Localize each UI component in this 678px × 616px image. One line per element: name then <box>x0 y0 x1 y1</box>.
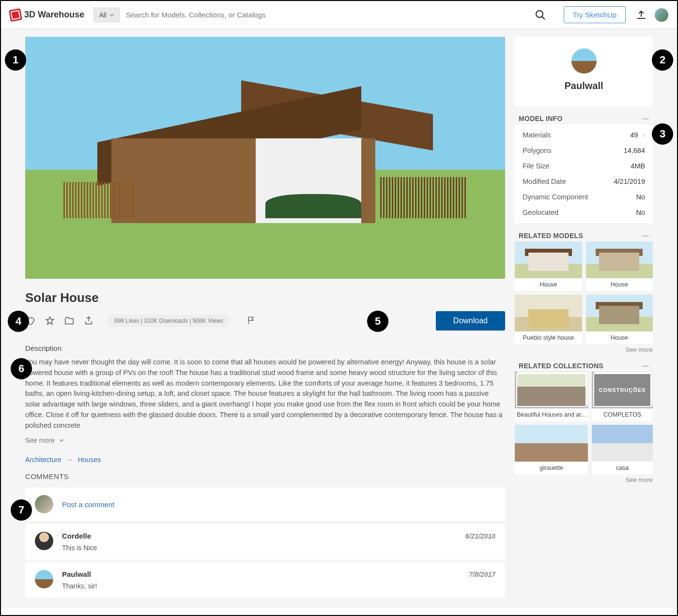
svg-point-0 <box>536 11 543 17</box>
related-collection-card[interactable]: casa <box>592 425 653 474</box>
model-title: Solar House <box>25 290 505 305</box>
info-label: Dynamic Component <box>523 193 636 201</box>
chevron-right-icon: › <box>643 131 645 139</box>
svg-line-1 <box>542 16 545 19</box>
related-collections-heading: RELATED COLLECTIONS <box>519 362 603 370</box>
see-more-label: See more <box>25 436 55 444</box>
chevron-down-icon <box>109 13 114 17</box>
collapse-icon: — <box>642 115 649 122</box>
info-value: No <box>636 193 645 201</box>
related-model-label: House <box>586 331 653 344</box>
comment-item: Cordelle6/21/2010 This is Nice <box>25 524 505 559</box>
related-collection-card[interactable]: CONSTRUÇÕESCOMPLETOS <box>592 372 653 421</box>
related-model-label: House <box>586 278 653 291</box>
related-collection-label: Beautiful Houses and ar... <box>515 408 588 421</box>
comment-item: Paulwall7/8/2017 Thanks, sir! <box>25 562 505 598</box>
brand-text: 3D Warehouse <box>24 10 84 20</box>
info-value: 49 <box>630 131 638 139</box>
model-info-panel: Materials49› Polygons14,684 File Size4MB… <box>515 124 653 223</box>
related-model-card[interactable]: House <box>515 241 582 291</box>
related-collections-see-more[interactable]: See more <box>515 476 653 483</box>
favorite-button[interactable] <box>45 316 55 326</box>
search-filter-dropdown[interactable]: All <box>93 7 120 23</box>
related-collection-card[interactable]: girouette <box>515 425 588 474</box>
comment-date: 7/8/2017 <box>469 571 496 578</box>
related-collections-header[interactable]: RELATED COLLECTIONS — <box>515 360 653 372</box>
related-collection-card[interactable]: Beautiful Houses and ar... <box>515 372 588 421</box>
info-row-filesize: File Size4MB <box>515 158 653 174</box>
comment-date: 6/21/2010 <box>465 532 495 540</box>
top-header: 3D Warehouse All Try SketchUp <box>1 1 677 29</box>
folder-button[interactable] <box>64 316 75 326</box>
related-models-heading: RELATED MODELS <box>519 232 583 240</box>
search-button[interactable] <box>529 6 552 24</box>
model-preview-image[interactable] <box>25 37 505 279</box>
related-model-card[interactable]: House <box>586 241 653 291</box>
info-row-materials[interactable]: Materials49› <box>515 127 653 143</box>
brand-logo[interactable]: 3D Warehouse <box>10 9 84 21</box>
search-icon <box>535 9 546 21</box>
callout-6: 6 <box>11 358 32 379</box>
related-models-grid: House House Pueblo style house House <box>515 241 653 344</box>
warehouse-icon <box>9 8 22 22</box>
related-collections-grid: Beautiful Houses and ar... CONSTRUÇÕESCO… <box>515 372 653 474</box>
callout-3: 3 <box>652 123 673 145</box>
commenter-avatar[interactable] <box>35 532 53 550</box>
share-button[interactable] <box>83 316 94 326</box>
description-text: You may have never thought the day will … <box>25 357 505 431</box>
comment-author[interactable]: Cordelle <box>62 532 91 540</box>
model-info-heading: MODEL INFO <box>519 115 563 122</box>
breadcrumb-leaf[interactable]: Houses <box>78 456 101 464</box>
star-icon <box>45 316 55 326</box>
user-avatar[interactable] <box>655 8 668 22</box>
try-sketchup-button[interactable]: Try SketchUp <box>564 6 626 23</box>
user-avatar-small <box>35 495 53 513</box>
info-row-polygons: Polygons14,684 <box>515 143 653 158</box>
info-row-geolocated: GeolocatedNo <box>515 205 653 220</box>
related-collection-label: COMPLETOS <box>592 408 653 421</box>
comment-author[interactable]: Paulwall <box>62 570 91 578</box>
callout-5: 5 <box>367 311 388 332</box>
breadcrumb-root[interactable]: Architecture <box>25 456 62 464</box>
comment-text: This is Nice <box>62 544 495 552</box>
info-label: Geolocated <box>523 209 636 216</box>
comments-heading: COMMENTS <box>25 472 505 481</box>
info-row-dynamic: Dynamic ComponentNo <box>515 189 653 205</box>
post-comment-link[interactable]: Post a comment <box>62 500 114 509</box>
info-value: 4/21/2019 <box>614 178 645 185</box>
related-models-see-more[interactable]: See more <box>515 346 653 353</box>
report-button[interactable] <box>247 316 257 326</box>
see-more-button[interactable]: See more <box>25 436 505 444</box>
related-collection-label: girouette <box>515 462 588 474</box>
post-comment-box[interactable]: Post a comment <box>25 487 505 521</box>
model-info-header[interactable]: MODEL INFO — <box>515 113 653 124</box>
comment-text: Thanks, sir! <box>62 582 495 590</box>
info-label: File Size <box>523 162 631 170</box>
related-model-label: Pueblo style house <box>515 331 582 344</box>
search-input[interactable] <box>124 7 529 23</box>
collection-overlay-text: CONSTRUÇÕES <box>592 372 653 408</box>
description-heading: Description <box>25 344 505 352</box>
related-model-card[interactable]: Pueblo style house <box>515 295 582 344</box>
callout-4: 4 <box>8 311 29 332</box>
author-card[interactable]: Paulwall <box>515 37 653 106</box>
callout-2: 2 <box>652 49 673 71</box>
folder-icon <box>64 316 75 326</box>
info-value: 4MB <box>631 162 645 170</box>
share-icon <box>83 316 94 326</box>
info-label: Materials <box>523 131 630 139</box>
info-value: 14,684 <box>624 147 645 154</box>
related-model-card[interactable]: House <box>586 295 653 344</box>
action-row: 698 Likes | 310K Downloads | 508K Views … <box>25 311 505 331</box>
download-button[interactable]: Download <box>436 311 505 331</box>
commenter-avatar[interactable] <box>35 570 53 588</box>
related-models-header[interactable]: RELATED MODELS — <box>515 230 653 241</box>
related-collection-label: casa <box>592 462 653 474</box>
info-label: Polygons <box>523 147 624 154</box>
flag-icon <box>247 316 256 325</box>
author-name: Paulwall <box>564 80 603 91</box>
callout-1: 1 <box>5 49 26 71</box>
breadcrumb: Architecture → Houses <box>25 456 505 464</box>
callout-7: 7 <box>11 499 32 521</box>
upload-button[interactable] <box>635 10 647 20</box>
